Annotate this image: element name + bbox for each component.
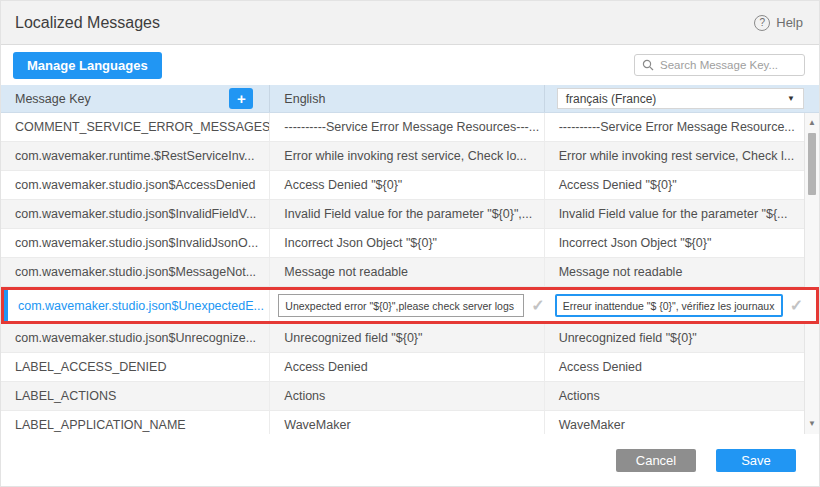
cell-english[interactable]: Invalid Field value for the parameter "$… [270, 200, 544, 228]
cell-french-edit: ✓ [545, 290, 816, 321]
toolbar: Manage Languages [1, 45, 819, 85]
manage-languages-button[interactable]: Manage Languages [13, 52, 162, 79]
cell-message-key[interactable]: com.wavemaker.studio.json$Unrecognize... [1, 324, 270, 352]
column-header-language: français (France) ▼ [545, 85, 819, 112]
french-edit-input[interactable] [555, 294, 783, 317]
cell-message-key[interactable]: com.wavemaker.studio.json$AccessDenied [1, 171, 270, 199]
column-header-english: English [270, 85, 544, 112]
cell-english[interactable]: Access Denied "${0}" [270, 171, 544, 199]
cell-french[interactable]: Message not readable [545, 258, 819, 286]
cell-english[interactable]: Error while invoking rest service, Check… [270, 142, 544, 170]
search-input[interactable] [660, 59, 797, 71]
table-header-row: Message Key + English français (France) … [1, 85, 819, 113]
cell-message-key[interactable]: LABEL_APPLICATION_NAME [1, 411, 270, 434]
confirm-check-icon[interactable]: ✓ [790, 296, 803, 315]
column-header-message-key: Message Key + [1, 85, 270, 112]
save-button[interactable]: Save [716, 449, 796, 472]
cell-message-key[interactable]: LABEL_ACCESS_DENIED [1, 353, 270, 381]
table-row[interactable]: com.wavemaker.studio.json$InvalidJsonO..… [1, 229, 819, 258]
scrollbar-down-icon[interactable]: ▼ [805, 417, 819, 431]
cell-french[interactable]: ----------Service Error Message Resource… [545, 113, 819, 141]
table-row[interactable]: LABEL_ACTIONSActionsActions [1, 382, 819, 411]
table-row[interactable]: com.wavemaker.runtime.$RestServiceInv...… [1, 142, 819, 171]
cell-english-edit: ✓ [270, 290, 544, 321]
footer-bar: Cancel Save [1, 434, 819, 487]
cell-english[interactable]: WaveMaker [270, 411, 544, 434]
cell-french[interactable]: Actions [545, 382, 819, 410]
cell-english[interactable]: Incorrect Json Object "${0}" [270, 229, 544, 257]
cell-french[interactable]: Error while invoking rest service, Check… [545, 142, 819, 170]
english-edit-input[interactable] [278, 294, 524, 317]
cell-english[interactable]: Actions [270, 382, 544, 410]
messages-table: Message Key + English français (France) … [1, 85, 819, 434]
help-link[interactable]: ? Help [754, 15, 803, 31]
table-row[interactable]: LABEL_APPLICATION_NAMEWaveMakerWaveMaker [1, 411, 819, 434]
rows-after-group: com.wavemaker.studio.json$Unrecognize...… [1, 324, 819, 434]
help-label: Help [776, 15, 803, 30]
table-body: COMMENT_SERVICE_ERROR_MESSAGES----------… [1, 113, 819, 434]
add-message-key-button[interactable]: + [229, 88, 253, 109]
cell-message-key[interactable]: com.wavemaker.studio.json$UnexpectedE... [8, 290, 270, 321]
cell-french[interactable]: Access Denied [545, 353, 819, 381]
scrollbar-up-icon[interactable]: ▲ [805, 116, 819, 130]
search-icon [642, 59, 654, 71]
language-select[interactable]: français (France) ▼ [557, 88, 804, 109]
select-caret-icon: ▼ [787, 94, 795, 103]
vertical-scrollbar[interactable]: ▲ ▼ [804, 113, 819, 434]
scrollbar-thumb[interactable] [808, 133, 816, 195]
table-row-selected[interactable]: com.wavemaker.studio.json$UnexpectedE...… [1, 287, 819, 324]
cell-message-key[interactable]: com.wavemaker.studio.json$InvalidJsonO..… [1, 229, 270, 257]
cell-french[interactable]: WaveMaker [545, 411, 819, 434]
cell-french[interactable]: Access Denied "${0}" [545, 171, 819, 199]
page-title: Localized Messages [15, 14, 160, 32]
cell-message-key[interactable]: com.wavemaker.runtime.$RestServiceInv... [1, 142, 270, 170]
cell-message-key[interactable]: COMMENT_SERVICE_ERROR_MESSAGES [1, 113, 270, 141]
cell-french[interactable]: Unrecognized field "${0}" [545, 324, 819, 352]
rows-before-group: COMMENT_SERVICE_ERROR_MESSAGES----------… [1, 113, 819, 287]
cell-french[interactable]: Incorrect Json Object "${0}" [545, 229, 819, 257]
english-header-label: English [284, 92, 325, 106]
table-row[interactable]: com.wavemaker.studio.json$InvalidFieldV.… [1, 200, 819, 229]
table-row[interactable]: LABEL_ACCESS_DENIEDAccess DeniedAccess D… [1, 353, 819, 382]
cell-french[interactable]: Invalid Field value for the parameter "$… [545, 200, 819, 228]
table-row[interactable]: COMMENT_SERVICE_ERROR_MESSAGES----------… [1, 113, 819, 142]
table-row[interactable]: com.wavemaker.studio.json$MessageNot...M… [1, 258, 819, 287]
cell-english[interactable]: Access Denied [270, 353, 544, 381]
cell-message-key[interactable]: LABEL_ACTIONS [1, 382, 270, 410]
language-select-value: français (France) [566, 92, 657, 106]
help-icon: ? [754, 15, 770, 31]
cell-message-key[interactable]: com.wavemaker.studio.json$InvalidFieldV.… [1, 200, 270, 228]
cancel-button[interactable]: Cancel [616, 449, 696, 472]
message-key-header-label: Message Key [15, 92, 91, 106]
table-row[interactable]: com.wavemaker.studio.json$Unrecognize...… [1, 324, 819, 353]
search-box[interactable] [634, 54, 805, 76]
cell-message-key[interactable]: com.wavemaker.studio.json$MessageNot... [1, 258, 270, 286]
cell-english[interactable]: Unrecognized field "${0}" [270, 324, 544, 352]
cell-english[interactable]: ----------Service Error Message Resource… [270, 113, 544, 141]
localized-messages-dialog: Localized Messages ? Help Manage Languag… [0, 0, 820, 487]
cell-english[interactable]: Message not readable [270, 258, 544, 286]
table-row[interactable]: com.wavemaker.studio.json$AccessDeniedAc… [1, 171, 819, 200]
title-bar: Localized Messages ? Help [1, 1, 819, 45]
confirm-check-icon[interactable]: ✓ [531, 296, 544, 315]
